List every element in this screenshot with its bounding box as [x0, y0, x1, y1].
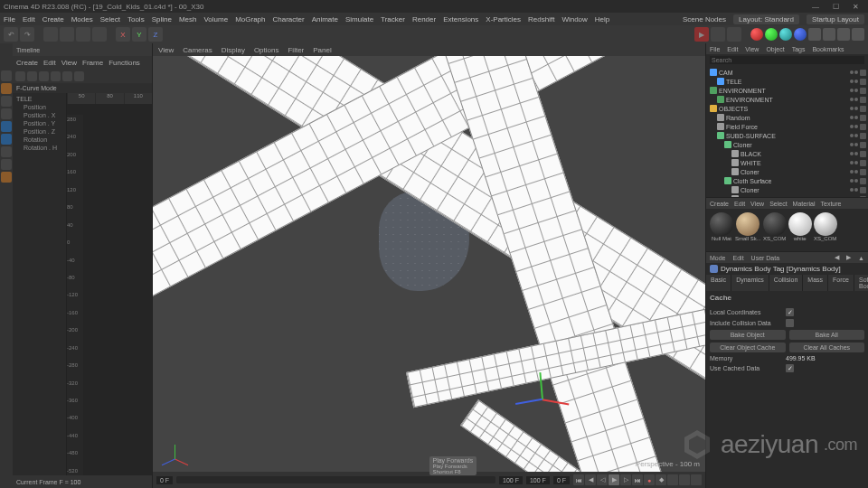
startup-layout-button[interactable]: Startup Layout: [807, 14, 864, 24]
menu-extensions[interactable]: Extensions: [443, 15, 478, 23]
object-row[interactable]: WHITE: [708, 158, 866, 167]
attr-menu-userdata[interactable]: User Data: [751, 255, 780, 261]
clear-object-cache-button[interactable]: Clear Object Cache: [710, 343, 786, 352]
minimize-button[interactable]: —: [807, 1, 825, 12]
menu-help[interactable]: Help: [595, 15, 609, 23]
menu-xparticles[interactable]: X-Particles: [486, 15, 521, 23]
rotate-tool-icon[interactable]: [92, 27, 107, 42]
menu-character[interactable]: Character: [273, 15, 305, 23]
play-forward-icon[interactable]: ▶: [609, 474, 619, 485]
tag-icon[interactable]: [860, 142, 866, 148]
texture-mode-icon[interactable]: [1, 83, 12, 94]
tl-tool-icon-4[interactable]: [51, 71, 61, 81]
scene-nodes-label[interactable]: Scene Nodes: [683, 15, 726, 23]
menu-tracker[interactable]: Tracker: [381, 15, 405, 23]
render-settings-icon[interactable]: [727, 27, 741, 42]
object-row[interactable]: ENVIRONMENT: [708, 95, 866, 104]
object-row[interactable]: Cloner: [708, 185, 866, 194]
frame-start[interactable]: 0 F: [156, 476, 173, 484]
object-mode-icon[interactable]: [1, 96, 12, 107]
menu-volume[interactable]: Volume: [203, 15, 228, 23]
tag-icon[interactable]: [860, 169, 866, 175]
autokey-icon[interactable]: ◆: [656, 474, 666, 485]
bake-object-button[interactable]: Bake Object: [710, 330, 786, 340]
polygon-mode-icon[interactable]: [1, 134, 12, 145]
undo-icon[interactable]: ↶: [4, 27, 18, 42]
render-view-icon[interactable]: ▶: [694, 27, 709, 42]
tag-icon[interactable]: [860, 187, 866, 193]
bake-all-button[interactable]: Bake All: [789, 330, 865, 340]
goto-start-icon[interactable]: ⏮: [573, 474, 584, 485]
snap-icon[interactable]: [1, 172, 12, 183]
om-menu-bookmarks[interactable]: Bookmarks: [812, 46, 844, 52]
om-menu-edit[interactable]: Edit: [727, 46, 738, 52]
om-menu-file[interactable]: File: [710, 46, 720, 52]
attr-tab-dynamics[interactable]: Dynamics: [731, 275, 769, 291]
vp-menu-filter[interactable]: Filter: [288, 46, 304, 54]
key-scale-icon[interactable]: [679, 474, 690, 485]
object-row[interactable]: Cloner: [708, 140, 866, 149]
object-row[interactable]: Cloner: [708, 167, 866, 176]
maximize-button[interactable]: ☐: [826, 1, 844, 12]
axis-navigator[interactable]: [162, 436, 189, 463]
tag-icon[interactable]: [860, 124, 866, 130]
primitive-cube-icon[interactable]: [765, 28, 778, 41]
axis-z-icon[interactable]: Z: [148, 27, 163, 42]
tl-menu-functions[interactable]: Functions: [108, 59, 140, 67]
include-collision-checkbox[interactable]: [786, 319, 794, 327]
menu-render[interactable]: Render: [412, 15, 436, 23]
track-rot-h[interactable]: Rotation . H: [14, 144, 64, 152]
timeline-graph[interactable]: 50 80 110 28024020016012080400-40-80-120…: [67, 93, 152, 475]
tag-icon[interactable]: [860, 133, 866, 139]
attr-tab-force[interactable]: Force: [828, 275, 854, 291]
primitive-sphere-icon[interactable]: [750, 28, 763, 41]
object-row[interactable]: ENVIRONMENT: [708, 86, 866, 95]
menu-create[interactable]: Create: [42, 15, 64, 23]
menu-select[interactable]: Select: [100, 15, 120, 23]
menu-edit[interactable]: Edit: [23, 15, 35, 23]
move-tool-icon[interactable]: [60, 27, 74, 42]
tl-tool-icon-6[interactable]: [74, 71, 84, 81]
scale-tool-icon[interactable]: [76, 27, 90, 42]
menu-modes[interactable]: Modes: [71, 15, 93, 23]
tl-tool-icon-3[interactable]: [39, 71, 49, 81]
tag-icon[interactable]: [860, 160, 866, 166]
tag-icon[interactable]: [860, 97, 866, 103]
tl-tool-icon-2[interactable]: [27, 71, 37, 81]
layout-icon-1[interactable]: [808, 28, 821, 41]
step-back-icon[interactable]: ◀: [585, 474, 596, 485]
attr-tab-basic[interactable]: Basic: [706, 275, 731, 291]
step-forward-icon[interactable]: ▷: [620, 474, 631, 485]
timeline-scrubber[interactable]: [176, 476, 495, 483]
tl-menu-view[interactable]: View: [61, 59, 77, 67]
redo-icon[interactable]: ↷: [20, 27, 34, 42]
vp-menu-cameras[interactable]: Cameras: [183, 46, 212, 54]
menu-window[interactable]: Window: [561, 15, 587, 23]
track-pos-y[interactable]: Position . Y: [14, 119, 64, 127]
tag-icon[interactable]: [860, 88, 866, 94]
edge-mode-icon[interactable]: [1, 121, 12, 132]
attr-nav-back-icon[interactable]: ◀: [835, 254, 839, 261]
material-swatch[interactable]: [710, 212, 733, 236]
attr-nav-up-icon[interactable]: ▲: [858, 255, 864, 261]
layout-icon-4[interactable]: [852, 28, 864, 41]
attr-tab-collision[interactable]: Collision: [769, 275, 803, 291]
frame-current[interactable]: 0 F: [553, 476, 570, 484]
tl-tool-icon-5[interactable]: [62, 71, 72, 81]
mat-menu-select[interactable]: Select: [769, 201, 787, 207]
frame-end[interactable]: 100 F: [499, 476, 523, 484]
enable-axis-icon[interactable]: [1, 146, 12, 157]
attr-menu-mode[interactable]: Mode: [710, 255, 726, 261]
key-position-icon[interactable]: [667, 474, 678, 485]
object-row[interactable]: BLACK: [708, 149, 866, 158]
menu-simulate[interactable]: Simulate: [345, 15, 373, 23]
vp-menu-options[interactable]: Options: [254, 46, 279, 54]
tl-tab-timeline[interactable]: Timeline: [16, 47, 40, 53]
point-mode-icon[interactable]: [1, 108, 12, 119]
menu-animate[interactable]: Animate: [312, 15, 338, 23]
axis-y-icon[interactable]: Y: [132, 27, 146, 42]
local-coords-checkbox[interactable]: [786, 308, 794, 316]
tl-menu-frame[interactable]: Frame: [82, 59, 103, 67]
render-region-icon[interactable]: [711, 27, 725, 42]
tag-icon[interactable]: [860, 106, 866, 112]
